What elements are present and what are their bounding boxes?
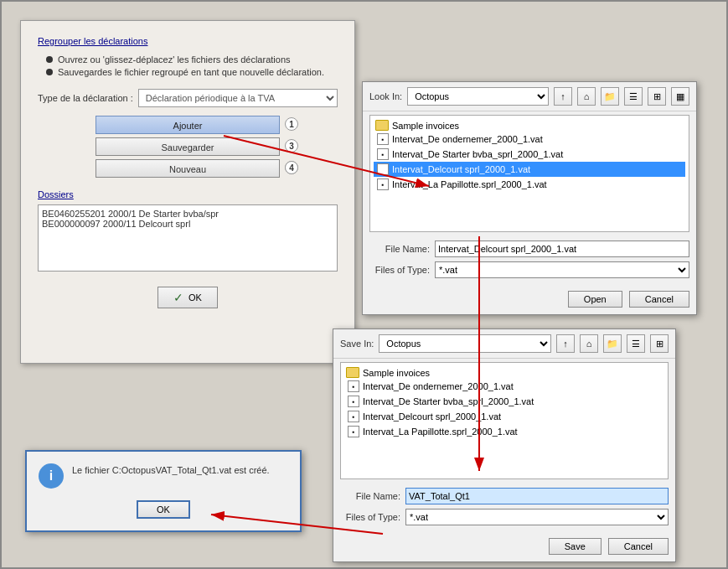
bullet-dot-2 — [46, 69, 53, 75]
open-dialog-toolbar: Look In: Octopus ↑ ⌂ 📁 ☰ ⊞ ▦ — [363, 82, 696, 111]
save-file-name-3: Intervat_Delcourt sprl_2000_1.vat — [363, 411, 501, 422]
files-of-type-label: Files of Type: — [369, 265, 430, 275]
save-folder-name: Sample invoices — [363, 368, 430, 378]
file-name-1: Intervat_De ondernemer_2000_1.vat — [392, 134, 543, 144]
save-file-item-4[interactable]: ▪ Intervat_La Papillotte.sprl_2000_1.vat — [344, 424, 664, 439]
folder-icon — [375, 120, 389, 131]
save-folder-icon — [346, 367, 359, 378]
file-name-2: Intervat_De Starter bvba_sprl_2000_1.vat — [392, 149, 563, 159]
ajouter-button[interactable]: Ajouter — [96, 116, 280, 134]
open-cancel-button[interactable]: Cancel — [629, 291, 689, 308]
save-file-name-row: File Name: — [340, 488, 669, 504]
file-icon-3: ▪ — [377, 163, 389, 175]
save-file-name-input[interactable] — [405, 488, 669, 504]
type-label: Type de la déclaration : — [38, 93, 133, 103]
info-message: Le fichier C:OctopusVAT_Total_Qt1.vat es… — [72, 463, 270, 478]
save-in-label: Save In: — [340, 339, 374, 349]
new-folder-button[interactable]: 📁 — [601, 87, 619, 106]
info-content: i Le fichier C:OctopusVAT_Total_Qt1.vat … — [39, 463, 288, 489]
save-file-name-2: Intervat_De Starter bvba_sprl_2000_1.vat — [363, 396, 534, 406]
ok-checkmark: ✓ — [173, 291, 183, 304]
list-view-button[interactable]: ☰ — [624, 87, 643, 106]
step-1: 1 — [285, 117, 298, 131]
dossiers-section: Dossiers BE0460255201 2000/1 De Starter … — [38, 189, 338, 272]
look-in-select[interactable]: Octopus — [407, 87, 549, 106]
file-name-input[interactable] — [435, 241, 689, 257]
save-file-icon-1: ▪ — [348, 380, 359, 392]
save-new-folder-button[interactable]: 📁 — [603, 334, 622, 353]
info-icon-letter: i — [49, 468, 53, 484]
bullet-item-1: Ouvrez ou 'glissez-déplacez' les fichier… — [46, 54, 338, 65]
file-item-4[interactable]: ▪ Intervat_La Papillotte.sprl_2000_1.vat — [374, 177, 685, 192]
sauvegarder-button[interactable]: Sauvegarder — [96, 137, 280, 156]
main-window: Regrouper les déclarations Ouvrez ou 'gl… — [20, 20, 355, 364]
main-ok-button[interactable]: ✓ OK — [157, 287, 218, 308]
file-icon-1: ▪ — [377, 133, 389, 145]
look-in-label: Look In: — [369, 91, 402, 101]
save-list-view-button[interactable]: ☰ — [627, 334, 645, 353]
detail-view-button[interactable]: ⊞ — [648, 87, 666, 106]
save-dialog-fields: File Name: Files of Type: *.vat — [333, 483, 675, 535]
save-cancel-button[interactable]: Cancel — [608, 538, 669, 555]
save-file-icon-2: ▪ — [348, 396, 359, 407]
step-4: 4 — [285, 161, 298, 174]
home-button[interactable]: ⌂ — [577, 87, 596, 106]
open-button[interactable]: Open — [568, 291, 622, 308]
save-file-name-label: File Name: — [340, 491, 400, 501]
save-files-of-type-label: Files of Type: — [340, 512, 400, 522]
save-file-icon-3: ▪ — [348, 411, 359, 422]
file-name-3: Intervat_Delcourt sprl_2000_1.vat — [392, 164, 530, 174]
ajouter-wrapper: Ajouter 1 — [96, 116, 280, 134]
file-item-1[interactable]: ▪ Intervat_De ondernemer_2000_1.vat — [374, 132, 685, 147]
step-3: 3 — [285, 139, 298, 153]
save-home-button[interactable]: ⌂ — [580, 334, 598, 353]
file-name-4: Intervat_La Papillotte.sprl_2000_1.vat — [392, 179, 547, 189]
open-dialog-buttons: Open Cancel — [363, 287, 696, 314]
ok-label: OK — [188, 292, 202, 303]
save-in-select[interactable]: Octopus — [379, 334, 551, 353]
file-name-row: File Name: — [369, 241, 689, 257]
bullet-item-2: Sauvegardes le fichier regroupé en tant … — [46, 67, 338, 77]
file-item-2[interactable]: ▪ Intervat_De Starter bvba_sprl_2000_1.v… — [374, 147, 685, 162]
save-folder-sample-invoices[interactable]: Sample invoices — [344, 366, 664, 379]
save-file-name-1: Intervat_De ondernemer_2000_1.vat — [363, 381, 514, 391]
save-file-name-4: Intervat_La Papillotte.sprl_2000_1.vat — [363, 427, 518, 437]
save-up-dir-button[interactable]: ↑ — [556, 334, 575, 353]
nouveau-button[interactable]: Nouveau — [96, 159, 280, 178]
open-dialog: Look In: Octopus ↑ ⌂ 📁 ☰ ⊞ ▦ Sample invo… — [362, 81, 697, 315]
file-type-row: Files of Type: *.vat — [369, 261, 689, 278]
files-of-type-select[interactable]: *.vat — [435, 261, 689, 278]
options-button[interactable]: ▦ — [671, 87, 689, 106]
sauvegarder-wrapper: Sauvegarder 3 — [96, 137, 280, 156]
ok-btn-row: ✓ OK — [38, 287, 338, 308]
dossiers-list: BE0460255201 2000/1 De Starter bvba/spr … — [38, 204, 338, 272]
save-file-item-2[interactable]: ▪ Intervat_De Starter bvba_sprl_2000_1.v… — [344, 394, 664, 409]
file-item-3[interactable]: ▪ Intervat_Delcourt sprl_2000_1.vat — [374, 162, 685, 177]
open-file-list: Sample invoices ▪ Intervat_De ondernemer… — [369, 115, 689, 232]
type-select[interactable]: Déclaration périodique à la TVA — [138, 89, 338, 107]
folder-name: Sample invoices — [392, 121, 459, 131]
bullet-list: Ouvrez ou 'glissez-déplacez' les fichier… — [46, 54, 338, 77]
up-dir-button[interactable]: ↑ — [554, 87, 572, 106]
info-dialog: i Le fichier C:OctopusVAT_Total_Qt1.vat … — [25, 450, 302, 532]
dossier-item-2[interactable]: BE000000097 2000/11 Delcourt sprl — [42, 219, 333, 229]
file-icon-2: ▪ — [377, 148, 389, 160]
nouveau-wrapper: Nouveau 4 — [96, 159, 280, 178]
type-row: Type de la déclaration : Déclaration pér… — [38, 89, 338, 107]
bullet-text-1: Ouvrez ou 'glissez-déplacez' les fichier… — [58, 54, 291, 65]
folder-sample-invoices[interactable]: Sample invoices — [374, 119, 685, 132]
save-file-item-1[interactable]: ▪ Intervat_De ondernemer_2000_1.vat — [344, 379, 664, 394]
info-ok-button[interactable]: OK — [137, 500, 190, 519]
save-dialog: Save In: Octopus ↑ ⌂ 📁 ☰ ⊞ Sample invoic… — [333, 328, 676, 562]
open-dialog-fields: File Name: Files of Type: *.vat — [363, 235, 696, 287]
dossier-item-1[interactable]: BE0460255201 2000/1 De Starter bvba/spr — [42, 209, 333, 219]
save-file-item-3[interactable]: ▪ Intervat_Delcourt sprl_2000_1.vat — [344, 409, 664, 424]
dossiers-label[interactable]: Dossiers — [38, 189, 338, 199]
info-icon: i — [39, 463, 64, 489]
save-detail-view-button[interactable]: ⊞ — [650, 334, 669, 353]
save-button[interactable]: Save — [549, 538, 602, 555]
save-dialog-toolbar: Save In: Octopus ↑ ⌂ 📁 ☰ ⊞ — [333, 329, 675, 359]
save-files-of-type-select[interactable]: *.vat — [405, 509, 669, 525]
file-icon-4: ▪ — [377, 178, 389, 190]
section-title[interactable]: Regrouper les déclarations — [38, 36, 338, 46]
